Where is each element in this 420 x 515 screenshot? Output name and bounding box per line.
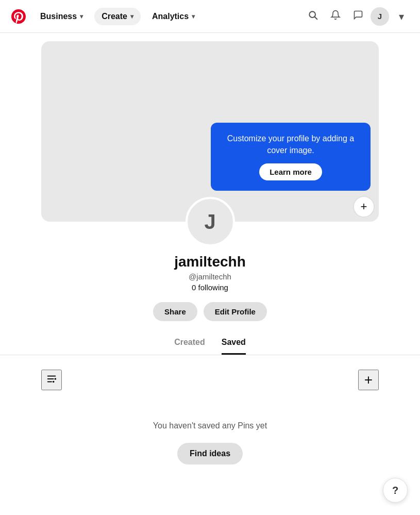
navbar: Business ▾ Create ▾ Analytics ▾ (0, 0, 420, 33)
avatar-letter: J (378, 12, 382, 21)
pinterest-logo-button[interactable] (8, 6, 29, 27)
pinterest-logo-icon (11, 9, 26, 24)
empty-state: You haven't saved any Pins yet Find idea… (0, 401, 420, 495)
account-chevron-button[interactable]: ▾ (391, 6, 412, 27)
find-ideas-button[interactable]: Find ideas (177, 443, 243, 464)
search-icon (308, 10, 318, 23)
tooltip-text: Customize your profile by adding a cover… (223, 133, 358, 156)
profile-info: jamiltechh @jamiltechh 0 following (0, 254, 420, 292)
create-label: Create (102, 12, 127, 21)
edit-profile-button[interactable]: Edit Profile (204, 302, 267, 321)
following-label: following (198, 283, 228, 292)
add-board-icon: + (364, 373, 373, 387)
business-menu-button[interactable]: Business ▾ (33, 8, 90, 25)
filter-icon (46, 373, 57, 387)
empty-state-message: You haven't saved any Pins yet (10, 421, 410, 430)
business-label: Business (40, 12, 77, 21)
tabs-section: Created Saved (0, 338, 420, 355)
profile-avatar-wrap: J (0, 197, 420, 246)
svg-point-6 (53, 380, 55, 383)
learn-more-button[interactable]: Learn more (259, 163, 322, 180)
avatar-initial: J (204, 210, 215, 234)
navbar-right: J ▾ (303, 6, 412, 27)
cover-tooltip-card: Customize your profile by adding a cover… (211, 123, 371, 191)
chat-icon (353, 10, 363, 23)
tab-created[interactable]: Created (174, 338, 205, 355)
search-button[interactable] (303, 6, 323, 27)
filter-sort-button[interactable] (41, 370, 62, 390)
profile-handle: @jamiltechh (0, 272, 420, 281)
svg-point-5 (55, 378, 57, 380)
profile-following: 0 following (0, 283, 420, 292)
create-chevron-icon: ▾ (130, 13, 133, 20)
profile-actions: Share Edit Profile (0, 302, 420, 321)
tab-saved[interactable]: Saved (222, 338, 246, 355)
cover-section: Customize your profile by adding a cover… (41, 41, 379, 222)
analytics-menu-button[interactable]: Analytics ▾ (145, 8, 202, 25)
messages-button[interactable] (348, 6, 368, 27)
user-avatar-button[interactable]: J (371, 7, 389, 26)
bell-icon (330, 10, 341, 23)
analytics-label: Analytics (152, 12, 189, 21)
profile-name: jamiltechh (0, 254, 420, 270)
profile-avatar: J (186, 197, 235, 246)
add-board-button[interactable]: + (358, 370, 379, 390)
content-toolbar: + (0, 359, 420, 401)
create-menu-button[interactable]: Create ▾ (94, 8, 141, 25)
account-chevron-icon: ▾ (399, 10, 404, 23)
following-count: 0 (192, 283, 196, 292)
navbar-left: Business ▾ Create ▾ Analytics ▾ (8, 6, 303, 27)
business-chevron-icon: ▾ (80, 13, 83, 20)
share-button[interactable]: Share (153, 302, 197, 321)
analytics-chevron-icon: ▾ (192, 13, 195, 20)
help-button[interactable]: ? (383, 478, 408, 503)
svg-line-1 (315, 17, 317, 20)
notifications-button[interactable] (325, 6, 346, 27)
